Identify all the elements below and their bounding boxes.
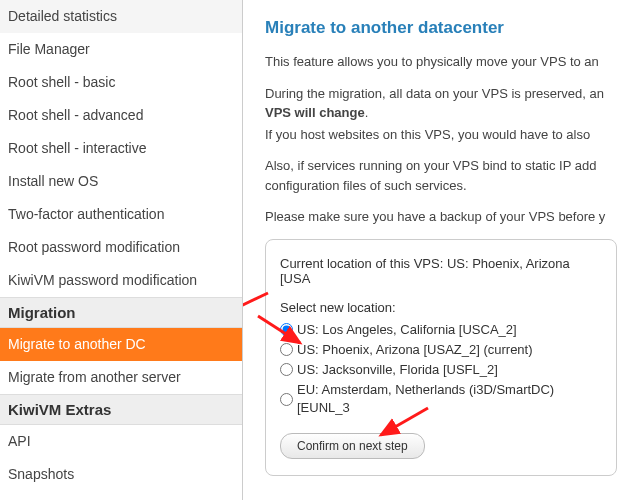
- backup-warning: Please make sure you have a backup of yo…: [265, 207, 617, 227]
- location-option[interactable]: US: Phoenix, Arizona [USAZ_2] (current): [280, 341, 602, 359]
- sidebar-item[interactable]: Install new OS: [0, 165, 242, 198]
- sidebar-item[interactable]: Root shell - basic: [0, 66, 242, 99]
- sidebar-item[interactable]: Root password modification: [0, 231, 242, 264]
- sidebar-item[interactable]: Migrate from another server: [0, 361, 242, 394]
- location-label: US: Phoenix, Arizona [USAZ_2] (current): [297, 341, 533, 359]
- intro-paragraph-1: This feature allows you to physically mo…: [265, 52, 617, 72]
- intro-paragraph-4: Also, if services running on your VPS bi…: [265, 156, 617, 195]
- sidebar-item[interactable]: Root shell - advanced: [0, 99, 242, 132]
- location-label: US: Los Angeles, California [USCA_2]: [297, 321, 517, 339]
- sidebar-item[interactable]: API: [0, 425, 242, 458]
- intro-paragraph-2: During the migration, all data on your V…: [265, 84, 617, 123]
- location-option[interactable]: EU: Amsterdam, Netherlands (i3D/SmartDC)…: [280, 381, 602, 417]
- current-location-label: Current location of this VPS: US: Phoeni…: [280, 256, 602, 286]
- location-radio[interactable]: [280, 323, 293, 336]
- main-content: Migrate to another datacenter This featu…: [243, 0, 617, 500]
- select-location-label: Select new location:: [280, 300, 602, 315]
- location-label: EU: Amsterdam, Netherlands (i3D/SmartDC)…: [297, 381, 602, 417]
- sidebar-item[interactable]: Snapshots: [0, 458, 242, 491]
- location-radio[interactable]: [280, 363, 293, 376]
- location-label: US: Jacksonville, Florida [USFL_2]: [297, 361, 498, 379]
- sidebar-item[interactable]: Migrate to another DC: [0, 328, 242, 361]
- sidebar-item[interactable]: OpenVPN Server: [0, 491, 242, 500]
- section-extras: KiwiVM Extras: [0, 394, 242, 425]
- sidebar-item[interactable]: Two-factor authentication: [0, 198, 242, 231]
- location-option[interactable]: US: Jacksonville, Florida [USFL_2]: [280, 361, 602, 379]
- confirm-button[interactable]: Confirm on next step: [280, 433, 425, 459]
- page-title: Migrate to another datacenter: [265, 18, 617, 38]
- sidebar: Detailed statisticsFile ManagerRoot shel…: [0, 0, 243, 500]
- intro-paragraph-3: If you host websites on this VPS, you wo…: [265, 125, 617, 145]
- sidebar-item[interactable]: Root shell - interactive: [0, 132, 242, 165]
- sidebar-item[interactable]: Detailed statistics: [0, 0, 242, 33]
- location-option[interactable]: US: Los Angeles, California [USCA_2]: [280, 321, 602, 339]
- section-migration: Migration: [0, 297, 242, 328]
- location-radio[interactable]: [280, 393, 293, 406]
- sidebar-item[interactable]: KiwiVM password modification: [0, 264, 242, 297]
- sidebar-item[interactable]: File Manager: [0, 33, 242, 66]
- migration-panel: Current location of this VPS: US: Phoeni…: [265, 239, 617, 477]
- location-radio[interactable]: [280, 343, 293, 356]
